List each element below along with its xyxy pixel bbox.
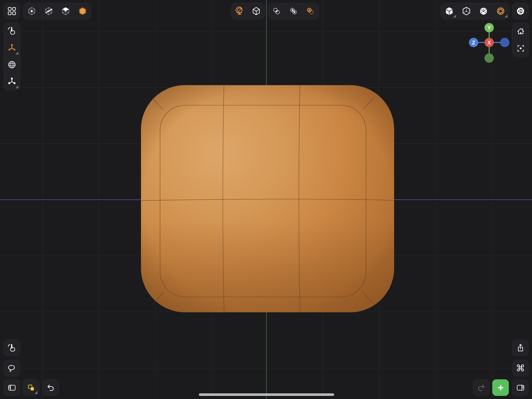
tap-select-button[interactable] <box>4 340 20 356</box>
gear-icon <box>516 6 525 16</box>
display-wireframe[interactable] <box>458 3 475 19</box>
left-panel-icon <box>7 383 17 393</box>
select-mode-group <box>23 3 91 19</box>
frame-selection-button[interactable] <box>512 40 529 57</box>
redo-icon <box>476 383 486 393</box>
orientation-global[interactable] <box>231 3 248 19</box>
orientation-local[interactable] <box>248 3 265 19</box>
face-mode-icon <box>61 6 70 16</box>
select-mode-object[interactable] <box>74 3 91 19</box>
edge-mode-icon <box>44 6 54 16</box>
move-tool-icon <box>7 43 17 53</box>
select-mode-vertex[interactable] <box>23 3 40 19</box>
gizmo-neg-y-ball[interactable] <box>484 53 494 63</box>
lasso-select-button[interactable] <box>4 360 20 376</box>
apps-menu-button[interactable] <box>4 3 20 19</box>
pivot-individual-icon <box>289 6 298 16</box>
app-stage: Y X Z <box>0 0 532 399</box>
tool-tap-select[interactable] <box>4 23 20 39</box>
settings-button[interactable] <box>512 3 529 19</box>
gizmo-y-label: Y <box>488 25 491 31</box>
gizmo-z-ball[interactable]: Z <box>469 38 478 47</box>
tool-joint[interactable] <box>4 73 20 90</box>
display-shaded[interactable] <box>441 3 458 19</box>
command-icon: ⌘ <box>516 364 525 373</box>
render-aperture-icon <box>496 6 506 16</box>
globe-icon <box>235 6 244 16</box>
share-button[interactable] <box>512 340 529 356</box>
display-shaded-wireframe[interactable] <box>475 3 492 19</box>
home-icon <box>516 26 526 36</box>
pivot-active[interactable] <box>302 3 319 19</box>
toggle-left-panel-button[interactable] <box>4 379 20 396</box>
home-indicator[interactable] <box>199 393 334 396</box>
home-view-button[interactable] <box>512 23 529 40</box>
orientation-group <box>231 3 265 19</box>
orientation-gizmo[interactable]: Y X Z <box>467 21 511 65</box>
viewport[interactable] <box>0 0 532 399</box>
tool-move[interactable] <box>4 39 20 57</box>
share-icon <box>516 343 525 353</box>
lasso-icon <box>7 363 17 373</box>
focus-frame-icon <box>516 44 526 53</box>
wireframe-cube-icon <box>462 6 471 16</box>
gizmo-x-label: X <box>488 40 491 45</box>
joint-tool-icon <box>7 77 17 86</box>
shaded-cube-icon <box>444 6 454 16</box>
pivot-median[interactable] <box>268 3 285 19</box>
apps-grid-icon <box>7 6 17 16</box>
select-mode-face[interactable] <box>57 3 74 19</box>
plus-icon <box>496 383 506 393</box>
gizmo-y-ball[interactable]: Y <box>484 23 494 32</box>
pivot-median-icon <box>272 6 281 16</box>
add-object-button[interactable] <box>492 379 509 396</box>
rotate-tool-icon <box>7 60 17 70</box>
display-mode-group <box>440 3 509 19</box>
model-object[interactable] <box>141 85 394 312</box>
transform-tool-group <box>4 22 20 90</box>
vertex-mode-icon <box>27 6 37 16</box>
select-mode-edge[interactable] <box>40 3 57 19</box>
duplicate-button[interactable] <box>23 379 39 396</box>
view-control-group <box>512 22 529 57</box>
pivot-active-icon <box>305 6 315 16</box>
cube-local-icon <box>251 6 261 16</box>
pivot-individual[interactable] <box>285 3 302 19</box>
object-mode-icon <box>78 6 88 16</box>
tap-gesture-icon <box>7 343 17 353</box>
pivot-group <box>268 3 319 19</box>
gizmo-x-ball[interactable]: X <box>484 38 494 47</box>
gizmo-z-label: Z <box>472 40 475 45</box>
undo-icon <box>46 383 56 393</box>
gizmo-neg-z-ball[interactable] <box>500 38 509 47</box>
display-rendered[interactable] <box>492 3 509 19</box>
redo-button[interactable] <box>473 379 489 396</box>
right-panel-icon <box>516 383 525 393</box>
tool-rotate[interactable] <box>4 56 20 73</box>
tap-gesture-icon <box>7 26 17 36</box>
duplicate-icon <box>26 383 36 393</box>
toggle-right-panel-button[interactable] <box>512 379 529 396</box>
undo-button[interactable] <box>42 379 59 396</box>
shaded-wireframe-cube-icon <box>479 6 488 16</box>
command-shortcuts-button[interactable]: ⌘ <box>512 360 529 376</box>
